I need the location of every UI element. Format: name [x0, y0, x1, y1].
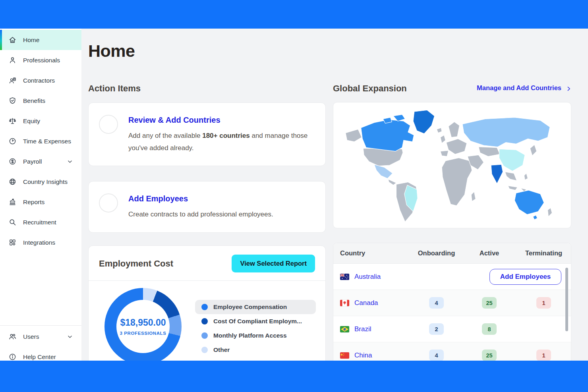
country-link-china[interactable]: China: [354, 351, 372, 359]
active-badge: 25: [482, 350, 497, 361]
table-row-australia: Australia Add Employees: [333, 264, 571, 290]
sidebar-item-users[interactable]: Users: [0, 326, 81, 347]
action-items-heading: Action Items: [88, 83, 326, 94]
legend-swatch: [201, 304, 208, 310]
clock-icon: [8, 137, 17, 145]
sidebar-item-label: Time & Expenses: [23, 138, 71, 145]
global-expansion-heading: Global Expansion: [333, 83, 407, 94]
sidebar-divider: [0, 325, 81, 326]
sidebar-nav: Home Professionals Contractors Benefits: [0, 30, 81, 253]
sidebar: Home Professionals Contractors Benefits: [0, 29, 81, 361]
review-add-countries-link[interactable]: Review & Add Countries: [128, 116, 313, 125]
sidebar-item-label: Integrations: [23, 239, 55, 246]
map-europe: [446, 139, 467, 154]
map-australia: [514, 190, 544, 214]
active-indicator-bar: [0, 30, 2, 50]
legend-item-monthly-platform-access[interactable]: Monthly Platform Access: [195, 328, 316, 343]
sidebar-item-professionals[interactable]: Professionals: [0, 50, 81, 70]
brazil-flag: [340, 326, 349, 332]
checkbox-circle[interactable]: [99, 193, 118, 212]
sidebar-item-label: Contractors: [23, 77, 55, 84]
map-india: [491, 164, 503, 183]
legend-swatch: [201, 347, 208, 353]
legend-item-employee-compensation[interactable]: Employee Compensation: [195, 300, 316, 314]
donut-subtitle: 3 PROFESSIONALS: [120, 331, 166, 336]
onboarding-badge: 4: [429, 350, 444, 361]
sidebar-item-benefits[interactable]: Benefits: [0, 91, 81, 111]
desc-text: Add any of the available: [128, 132, 202, 139]
sidebar-item-contractors[interactable]: Contractors: [0, 70, 81, 91]
main-content: Home Action Items Review & Add Countries…: [81, 29, 588, 361]
map-usa: [363, 148, 403, 166]
map-se-asia: [505, 172, 517, 181]
column-header-active: Active: [463, 249, 516, 257]
chevron-down-icon: [67, 334, 73, 340]
link-label: Manage and Add Countries: [477, 84, 561, 92]
add-employees-row-button[interactable]: Add Employees: [489, 269, 561, 285]
sidebar-item-country-insights[interactable]: Country Insights: [0, 172, 81, 192]
table-scrollbar[interactable]: [565, 268, 568, 331]
view-selected-report-button[interactable]: View Selected Report: [232, 255, 315, 272]
legend-item-cost-of-compliant-employment[interactable]: Cost Of Compliant Employm...: [195, 314, 316, 328]
country-link-brazil[interactable]: Brazil: [354, 325, 371, 333]
sidebar-item-label: Home: [23, 37, 39, 44]
column-header-onboarding: Onboarding: [410, 249, 463, 257]
sidebar-item-label: Benefits: [23, 97, 45, 104]
legend-item-other[interactable]: Other: [195, 343, 316, 357]
chevron-right-icon: [566, 85, 571, 91]
active-badge: 8: [482, 323, 497, 335]
info-circle-icon: [8, 353, 17, 361]
map-scandinavia: [449, 122, 460, 137]
map-central-asia: [479, 147, 500, 156]
canada-flag: [340, 300, 349, 306]
sidebar-item-integrations[interactable]: Integrations: [0, 232, 81, 253]
china-flag: [340, 352, 349, 359]
sidebar-item-home[interactable]: Home: [0, 30, 81, 50]
sidebar-item-help-center[interactable]: Help Center: [0, 347, 81, 361]
employment-cost-donut-chart: $18,950.00 3 PROFESSIONALS: [104, 288, 182, 361]
employment-cost-heading: Employment Cost: [99, 259, 173, 269]
globe-icon: [8, 178, 17, 186]
sidebar-item-label: Help Center: [23, 353, 56, 361]
person-icon: [8, 56, 17, 64]
magnifier-icon: [8, 218, 17, 226]
desc-bold-text: 180+ countries: [202, 132, 250, 139]
map-central-america: [388, 179, 396, 185]
bank-icon: [8, 198, 17, 206]
map-philippines: [524, 173, 528, 180]
shield-check-icon: [8, 97, 17, 105]
table-row-china: China 4 25 1: [333, 342, 571, 361]
employment-cost-card: Employment Cost View Selected Report $18…: [88, 245, 326, 361]
map-china: [499, 149, 525, 171]
action-card-review-add-countries: Review & Add Countries Add any of the av…: [88, 102, 326, 166]
add-employees-link[interactable]: Add Employees: [128, 194, 273, 203]
table-row-canada: Canada 4 25 1: [333, 290, 571, 316]
action-card-description: Add any of the available 180+ countries …: [128, 130, 313, 154]
sidebar-item-recruitment[interactable]: Recruitment: [0, 212, 81, 232]
active-badge: 25: [482, 297, 497, 309]
checkbox-circle[interactable]: [99, 115, 118, 134]
sidebar-item-payroll[interactable]: Payroll: [0, 151, 81, 172]
country-link-australia[interactable]: Australia: [354, 273, 381, 281]
sidebar-bottom-nav: Users Help Center: [0, 326, 81, 361]
manage-add-countries-link[interactable]: Manage and Add Countries: [477, 84, 571, 92]
sidebar-item-time-expenses[interactable]: Time & Expenses: [0, 131, 81, 151]
sidebar-item-equity[interactable]: Equity: [0, 111, 81, 131]
table-header-row: Country Onboarding Active Terminating: [333, 243, 571, 264]
app-window: Home Professionals Contractors Benefits: [0, 29, 588, 361]
sidebar-item-label: Recruitment: [23, 219, 56, 226]
sidebar-item-reports[interactable]: Reports: [0, 192, 81, 212]
map-iceland: [437, 128, 442, 133]
scales-icon: [8, 117, 17, 125]
left-column: Action Items Review & Add Countries Add …: [88, 83, 326, 361]
action-card-add-employees: Add Employees Create contracts to add pr…: [88, 181, 326, 233]
map-madagascar: [471, 192, 476, 201]
column-header-terminating: Terminating: [516, 249, 571, 257]
countries-table: Country Onboarding Active Terminating Au…: [333, 243, 571, 361]
map-japan: [530, 145, 537, 156]
map-africa: [442, 158, 472, 206]
action-card-description: Create contracts to add professional emp…: [128, 209, 273, 221]
contractor-icon: [8, 76, 17, 85]
country-link-canada[interactable]: Canada: [354, 299, 378, 307]
map-greenland: [413, 110, 435, 133]
